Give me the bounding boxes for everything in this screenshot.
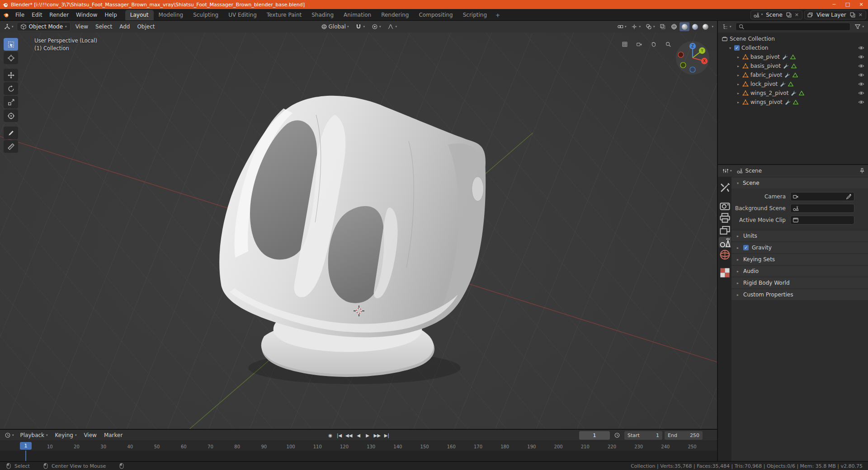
- outliner-row-collection[interactable]: ▾✓Collection: [718, 43, 868, 52]
- new-view-layer-icon[interactable]: [849, 12, 856, 18]
- playhead[interactable]: 1: [20, 442, 32, 450]
- viewport-menu-view[interactable]: View: [72, 21, 92, 33]
- outliner-row-wings-pivot[interactable]: ▸wings_pivot: [718, 98, 868, 107]
- visibility-eye-icon[interactable]: [858, 45, 864, 51]
- view-layer-selector[interactable]: View Layer ×: [804, 10, 866, 19]
- workspace-tab-scripting[interactable]: Scripting: [458, 10, 492, 20]
- proportional-editing-toggle[interactable]: ▾: [370, 22, 383, 31]
- field-input-background-scene[interactable]: [790, 204, 854, 213]
- search-text-field[interactable]: [746, 24, 848, 30]
- gizmos-dropdown[interactable]: ▾: [629, 22, 642, 31]
- shading-dropdown[interactable]: ▾: [712, 25, 713, 28]
- menu-edit[interactable]: Edit: [28, 9, 46, 20]
- workspace-tab-compositing[interactable]: Compositing: [414, 10, 458, 20]
- mode-dropdown[interactable]: Object Mode ▾: [17, 22, 71, 31]
- section-gravity[interactable]: ▸✓Gravity: [731, 242, 868, 253]
- workspace-tab-rendering[interactable]: Rendering: [376, 10, 414, 20]
- properties-tab-world[interactable]: [719, 249, 731, 260]
- section-keying-sets[interactable]: ▸Keying Sets: [731, 254, 868, 265]
- close-button[interactable]: ×: [854, 0, 868, 9]
- section-checkbox[interactable]: ✓: [743, 245, 749, 250]
- disclosure-closed-icon[interactable]: ▸: [736, 64, 741, 68]
- timeline-ruler[interactable]: 1 10203040506070809010011012013014015016…: [0, 441, 717, 451]
- workspace-tab-uv-editing[interactable]: UV Editing: [223, 10, 262, 20]
- editor-type-button[interactable]: ▾: [2, 22, 15, 31]
- preview-range-toggle[interactable]: [612, 431, 622, 440]
- properties-tab-texture[interactable]: [719, 267, 731, 278]
- visibility-eye-icon[interactable]: [858, 63, 864, 69]
- workspace-tab-animation[interactable]: Animation: [339, 10, 376, 20]
- field-input-camera[interactable]: [790, 192, 854, 201]
- menu-file[interactable]: File: [12, 9, 28, 20]
- outliner-row-base-pivot[interactable]: ▸base_pivot: [718, 52, 868, 61]
- camera-view-icon[interactable]: [635, 40, 644, 49]
- section-rigid-body-world[interactable]: ▸Rigid Body World: [731, 277, 868, 288]
- properties-tab-tool[interactable]: [719, 182, 731, 193]
- outliner-filter-button[interactable]: ▾: [853, 22, 866, 31]
- collection-checkbox[interactable]: ✓: [734, 45, 740, 51]
- disclosure-closed-icon[interactable]: ▸: [736, 73, 741, 77]
- tool-annotate-button[interactable]: [4, 127, 18, 139]
- proportional-falloff-dropdown[interactable]: ▾: [386, 22, 399, 31]
- viewport-menu-select[interactable]: Select: [92, 21, 116, 33]
- timeline-track[interactable]: [0, 451, 717, 461]
- frame-end-field[interactable]: End 250: [665, 431, 703, 440]
- overlays-dropdown[interactable]: ▾: [644, 22, 657, 31]
- workspace-tab-shading[interactable]: Shading: [307, 10, 339, 20]
- disclosure-closed-icon[interactable]: ▸: [736, 100, 741, 104]
- outliner-row-lock-pivot[interactable]: ▸lock_pivot: [718, 80, 868, 89]
- menu-window[interactable]: Window: [72, 9, 101, 20]
- timeline-editor-type-button[interactable]: ▾: [3, 431, 16, 440]
- transport-play-reverse-button[interactable]: ◀: [355, 431, 363, 440]
- shading-wireframe-button[interactable]: [669, 22, 679, 31]
- workspace-tab-layout[interactable]: Layout: [125, 10, 154, 20]
- new-scene-icon[interactable]: [786, 12, 792, 18]
- shading-material-button[interactable]: [690, 22, 700, 31]
- tool-measure-button[interactable]: [4, 140, 18, 153]
- shading-solid-button[interactable]: [679, 22, 689, 31]
- visibility-eye-icon[interactable]: [858, 72, 864, 78]
- properties-editor-type-button[interactable]: ▾: [721, 166, 734, 175]
- visibility-eye-icon[interactable]: [858, 99, 864, 105]
- maximize-button[interactable]: □: [841, 0, 854, 9]
- pin-icon[interactable]: [859, 168, 865, 174]
- tool-scale-button[interactable]: [4, 96, 18, 108]
- scene-panel-header[interactable]: ▾ Scene: [731, 178, 868, 188]
- minimize-button[interactable]: −: [827, 0, 841, 9]
- tool-transform-button[interactable]: [4, 109, 18, 122]
- workspace-tab-modeling[interactable]: Modeling: [154, 10, 189, 20]
- transport-jump-to-start-button[interactable]: |◀: [335, 431, 343, 440]
- object-visibility-dropdown[interactable]: ▾: [615, 22, 628, 31]
- visibility-eye-icon[interactable]: [858, 54, 864, 60]
- workspace-tab-sculpting[interactable]: Sculpting: [188, 10, 223, 20]
- transport-prev-keyframe-button[interactable]: ◀◀: [344, 431, 353, 440]
- viewport-menu-add[interactable]: Add: [116, 21, 133, 33]
- properties-tab-view-layer[interactable]: [719, 225, 731, 235]
- section-units[interactable]: ▸Units: [731, 230, 868, 241]
- blender-menu-icon[interactable]: [0, 12, 12, 18]
- section-audio[interactable]: ▸Audio: [731, 266, 868, 277]
- pan-hand-icon[interactable]: [649, 40, 658, 49]
- outliner-row-fabric-pivot[interactable]: ▸fabric_pivot: [718, 70, 868, 80]
- tool-cursor-button[interactable]: [4, 52, 18, 64]
- outliner-search-input[interactable]: [736, 23, 851, 31]
- transport-play-button[interactable]: ▶: [364, 431, 372, 440]
- field-input-active-movie-clip[interactable]: [790, 216, 854, 225]
- outliner-editor-type-button[interactable]: ▾: [720, 22, 733, 31]
- disclosure-closed-icon[interactable]: ▸: [736, 82, 741, 86]
- outliner-row-wings-2-pivot[interactable]: ▸wings_2_pivot: [718, 89, 868, 98]
- navigation-gizmo[interactable]: Z Y X: [675, 41, 710, 75]
- timeline-menu-marker[interactable]: Marker: [100, 430, 126, 441]
- disclosure-open-icon[interactable]: ▾: [728, 46, 732, 50]
- transform-orientation-dropdown[interactable]: Global ▾: [319, 22, 351, 31]
- shading-rendered-button[interactable]: [700, 22, 710, 31]
- unlink-scene-icon[interactable]: ×: [794, 12, 800, 18]
- outliner-row-scene-collection[interactable]: Scene Collection: [718, 34, 868, 43]
- tool-rotate-button[interactable]: [4, 82, 18, 95]
- add-workspace-tab-button[interactable]: +: [492, 10, 504, 20]
- menu-render[interactable]: Render: [46, 9, 72, 20]
- timeline-menu-playback[interactable]: Playback▾: [17, 430, 52, 441]
- viewport-menu-object[interactable]: Object: [133, 21, 158, 33]
- transport-auto-key-button[interactable]: ◉: [326, 431, 334, 440]
- visibility-eye-icon[interactable]: [858, 90, 864, 96]
